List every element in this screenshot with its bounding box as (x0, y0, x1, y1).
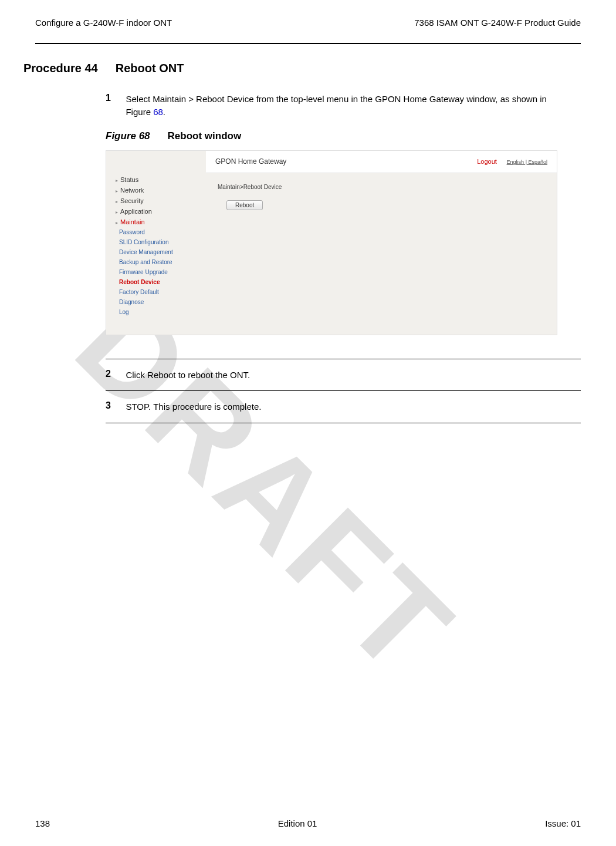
sidebar-sub-diagnose[interactable]: Diagnose (109, 297, 197, 307)
reboot-button[interactable]: Reboot (226, 200, 263, 210)
procedure-number: Procedure 44 (23, 62, 98, 75)
app-title: GPON Home Gateway (215, 157, 286, 166)
step-number: 1 (106, 93, 123, 103)
header-rule (35, 43, 581, 44)
footer-page: 138 (35, 818, 50, 828)
sidebar-sub-reboot[interactable]: Reboot Device (109, 277, 197, 287)
step-number: 2 (106, 369, 123, 379)
language-toggle[interactable]: English | Español (507, 159, 547, 165)
step-divider (106, 390, 581, 391)
figure-link[interactable]: 68 (153, 107, 163, 117)
procedure-title: Reboot ONT (116, 62, 184, 75)
running-footer: 138 Edition 01 Issue: 01 (35, 818, 581, 828)
footer-issue: Issue: 01 (545, 818, 581, 828)
sidebar-sub-backup[interactable]: Backup and Restore (109, 257, 197, 267)
step-divider (106, 423, 581, 423)
step-text-tail: . (163, 107, 165, 117)
running-header: Configure a G-240W-F indoor ONT 7368 ISA… (35, 18, 581, 31)
sidebar-sub-firmware[interactable]: Firmware Upgrade (109, 267, 197, 277)
step-divider (106, 359, 581, 359)
procedure-heading: Procedure 44Reboot ONT (23, 62, 581, 75)
sidebar-sub-log[interactable]: Log (109, 307, 197, 317)
step-2: 2 Click Reboot to reboot the ONT. (106, 369, 581, 382)
step-text: Select Maintain > Reboot Device from the… (126, 94, 546, 117)
sidebar-item-application[interactable]: Application (109, 206, 197, 217)
figure-label: Figure 68 (106, 130, 150, 141)
step-1: 1 Select Maintain > Reboot Device from t… (106, 93, 581, 119)
header-left: Configure a G-240W-F indoor ONT (35, 18, 172, 28)
sidebar-sub-factory[interactable]: Factory Default (109, 287, 197, 297)
footer-edition: Edition 01 (278, 818, 317, 828)
step-3: 3 STOP. This procedure is complete. (106, 400, 581, 413)
header-right: 7368 ISAM ONT G-240W-F Product Guide (414, 18, 581, 28)
figure-caption: Figure 68Reboot window (106, 130, 581, 142)
screenshot-header: GPON Home Gateway Logout English | Españ… (206, 151, 557, 173)
breadcrumb: Maintain>Reboot Device (218, 184, 282, 190)
logout-link[interactable]: Logout (477, 158, 497, 165)
sidebar-item-security[interactable]: Security (109, 196, 197, 206)
step-body: Select Maintain > Reboot Device from the… (126, 93, 560, 119)
sidebar-item-status[interactable]: Status (109, 174, 197, 185)
sidebar: Status Network Security Application Main… (109, 174, 197, 317)
sidebar-item-maintain[interactable]: Maintain (109, 217, 197, 227)
step-body: STOP. This procedure is complete. (126, 400, 560, 413)
step-number: 3 (106, 400, 123, 411)
sidebar-sub-password[interactable]: Password (109, 227, 197, 237)
sidebar-item-network[interactable]: Network (109, 185, 197, 196)
sidebar-sub-device[interactable]: Device Management (109, 247, 197, 257)
step-body: Click Reboot to reboot the ONT. (126, 369, 560, 382)
figure-title: Reboot window (168, 130, 242, 141)
sidebar-sub-slid[interactable]: SLID Configuration (109, 237, 197, 247)
screenshot-container: GPON Home Gateway Logout English | Españ… (106, 150, 557, 335)
